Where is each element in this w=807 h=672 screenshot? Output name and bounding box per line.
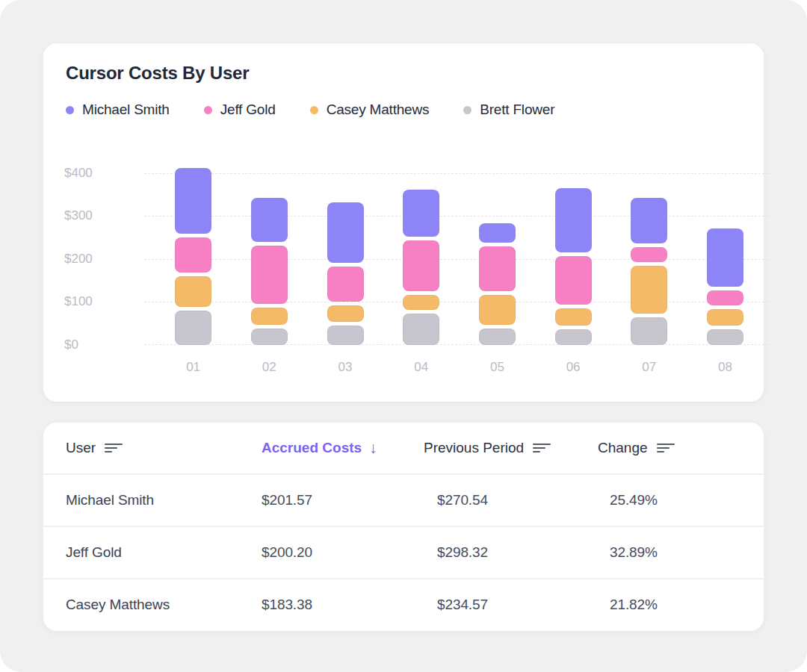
bar-segment-jeff-gold[interactable] [403,240,439,291]
bar-segment-brett-flower[interactable] [555,329,592,345]
bar-segment-brett-flower[interactable] [251,329,288,345]
cell-accrued: $200.20 [262,544,424,561]
bar-segment-jeff-gold[interactable] [251,246,288,304]
bar-segment-jeff-gold[interactable] [175,237,211,273]
y-axis-tick: $400 [64,166,99,181]
dashboard-page: Cursor Costs By User Michael Smith Jeff … [0,0,807,672]
column-header-previous-period[interactable]: Previous Period [424,440,598,456]
bar-segment-casey-matthews[interactable] [251,308,288,324]
table-row: Casey Matthews $183.38 $234.57 21.82% [43,578,764,630]
legend-dot-icon [310,106,318,114]
bar-segment-jeff-gold[interactable] [327,267,364,302]
legend-item-brett-flower[interactable]: Brett Flower [463,102,554,118]
y-axis-tick: $0 [64,337,99,352]
bar-segment-jeff-gold[interactable] [479,246,516,291]
sort-lines-icon [533,444,551,452]
gridline [144,344,772,345]
cell-previous: $270.54 [424,492,598,508]
y-axis-tick: $200 [64,252,99,267]
bar-segment-casey-matthews[interactable] [707,309,743,326]
x-axis-tick: 05 [474,360,519,375]
column-header-label: Accrued Costs [262,440,362,456]
legend-item-jeff-gold[interactable]: Jeff Gold [204,102,276,118]
x-axis-tick: 07 [627,360,672,375]
cell-user: Jeff Gold [66,544,262,561]
bar-segment-michael-smith[interactable] [327,202,364,263]
gridline [144,302,772,302]
legend-dot-icon [204,106,212,114]
cell-change: 25.49% [598,492,764,508]
legend-dot-icon [463,106,471,114]
bar-segment-jeff-gold[interactable] [707,290,743,306]
sort-desc-arrow-icon: ↓ [369,439,377,457]
chart-title: Cursor Costs By User [66,63,249,84]
legend-label: Casey Matthews [327,102,430,118]
bar-segment-michael-smith[interactable] [555,188,592,252]
table-row: Jeff Gold $200.20 $298.32 32.89% [43,526,764,578]
bar-segment-casey-matthews[interactable] [555,308,592,326]
y-axis-tick: $300 [64,208,99,223]
bar-segment-brett-flower[interactable] [403,314,439,345]
chart-legend: Michael Smith Jeff Gold Casey Matthews B… [66,102,554,118]
y-axis-tick: $100 [64,294,99,309]
column-header-accrued-costs[interactable]: Accrued Costs ↓ [262,439,424,457]
sort-lines-icon [657,444,675,452]
x-axis-tick: 02 [247,360,291,375]
legend-item-michael-smith[interactable]: Michael Smith [66,102,170,118]
cell-previous: $234.57 [424,597,598,613]
bar-segment-michael-smith[interactable] [175,168,211,234]
column-header-label: Change [598,440,648,456]
bar-segment-michael-smith[interactable] [479,223,516,243]
chart-card: Cursor Costs By User Michael Smith Jeff … [43,43,764,402]
costs-table-card: User Accrued Costs ↓ Previous Period Cha… [43,423,764,631]
bar-segment-michael-smith[interactable] [707,228,743,287]
cell-change: 32.89% [598,544,764,561]
cell-user: Michael Smith [66,492,262,508]
bar-segment-brett-flower[interactable] [631,317,667,345]
gridline [144,216,772,217]
bar-segment-michael-smith[interactable] [251,198,288,242]
gridline [144,259,772,260]
bar-segment-brett-flower[interactable] [707,329,743,345]
legend-label: Brett Flower [480,102,554,118]
cell-change: 21.82% [598,597,764,613]
bar-segment-brett-flower[interactable] [175,311,211,345]
column-header-label: Previous Period [424,440,524,456]
bar-segment-casey-matthews[interactable] [175,276,211,307]
bar-segment-casey-matthews[interactable] [631,266,667,314]
x-axis-tick: 01 [171,360,216,375]
table-row: Michael Smith $201.57 $270.54 25.49% [43,473,764,526]
x-axis-tick: 08 [703,360,748,375]
legend-item-casey-matthews[interactable]: Casey Matthews [310,102,430,118]
legend-label: Michael Smith [82,102,170,118]
legend-dot-icon [66,106,74,114]
bar-segment-casey-matthews[interactable] [479,295,516,325]
column-header-change[interactable]: Change [598,440,764,456]
bar-segment-jeff-gold[interactable] [631,247,667,263]
cell-accrued: $201.57 [262,492,424,508]
cell-previous: $298.32 [424,544,598,561]
bar-segment-michael-smith[interactable] [631,198,667,243]
sort-lines-icon [105,444,123,452]
bar-segment-brett-flower[interactable] [479,329,516,345]
legend-label: Jeff Gold [220,102,276,118]
bar-segment-jeff-gold[interactable] [555,256,592,305]
table-header-row: User Accrued Costs ↓ Previous Period Cha… [43,423,764,473]
bar-segment-michael-smith[interactable] [403,190,439,237]
x-axis-tick: 06 [551,360,596,375]
bar-segment-casey-matthews[interactable] [327,305,364,321]
column-header-user[interactable]: User [66,440,262,456]
gridline [144,173,772,174]
cell-accrued: $183.38 [262,597,424,613]
bar-segment-casey-matthews[interactable] [403,295,439,310]
x-axis-tick: 04 [399,360,444,375]
x-axis-tick: 03 [323,360,368,375]
chart-plot: 0102030405060708 [144,173,772,345]
column-header-label: User [66,440,96,456]
bar-segment-brett-flower[interactable] [327,326,364,345]
cell-user: Casey Matthews [66,597,262,613]
